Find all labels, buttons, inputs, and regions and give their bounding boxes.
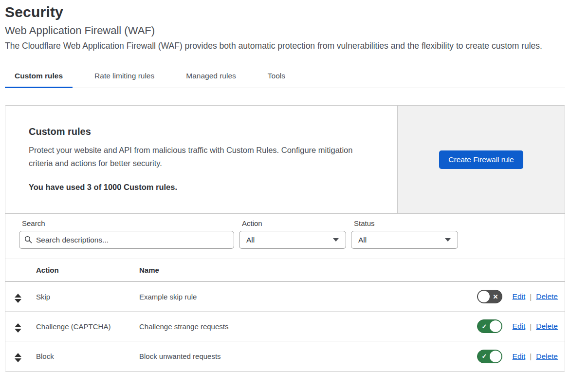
toggle-knob [490, 351, 501, 362]
toggle-state-icon: ✓ [482, 353, 487, 359]
security-page: Security Web Application Firewall (WAF) … [0, 0, 570, 372]
edit-link[interactable]: Edit [513, 352, 526, 361]
rule-enabled-toggle[interactable]: ✓ [477, 350, 502, 363]
card-header-section: Custom rules Protect your website and AP… [5, 106, 565, 213]
drag-handle-icon[interactable] [15, 294, 21, 303]
status-filter-select[interactable]: All [351, 231, 458, 249]
delete-link[interactable]: Delete [536, 292, 558, 301]
table-row: Block Block unwanted requests ✓ Edit | D… [5, 341, 565, 371]
chevron-down-icon [333, 238, 339, 242]
drag-handle-icon[interactable] [15, 323, 21, 333]
page-description: The Cloudflare Web Application Firewall … [5, 40, 545, 52]
page-subtitle: Web Application Firewall (WAF) [5, 24, 565, 37]
action-filter-select[interactable]: All [239, 231, 346, 249]
action-filter-value: All [246, 236, 255, 244]
action-filter: Action All [239, 219, 346, 249]
tab-managed-rules[interactable]: Managed rules [176, 67, 246, 88]
link-separator: | [530, 352, 532, 360]
rule-enabled-toggle[interactable]: ✓ [477, 319, 502, 333]
column-header-action: Action [29, 266, 132, 274]
edit-link[interactable]: Edit [513, 292, 526, 301]
link-separator: | [530, 293, 532, 301]
tab-tools[interactable]: Tools [258, 67, 295, 88]
card-title: Custom rules [29, 126, 374, 137]
card-description: Protect your website and API from malici… [29, 144, 374, 169]
page-title: Security [5, 4, 565, 20]
column-header-name: Name [132, 266, 565, 274]
search-label: Search [22, 219, 234, 227]
custom-rules-card: Custom rules Protect your website and AP… [5, 105, 565, 372]
tab-rate-limiting-rules[interactable]: Rate limiting rules [85, 67, 164, 88]
chevron-down-icon [445, 238, 451, 242]
table-row: Skip Example skip rule ✕ Edit | Delete [5, 282, 565, 312]
search-input[interactable] [19, 231, 234, 249]
rule-action: Skip [29, 293, 132, 301]
create-firewall-rule-button[interactable]: Create Firewall rule [439, 150, 523, 169]
card-header-text: Custom rules Protect your website and AP… [5, 106, 397, 213]
tab-bar: Custom rules Rate limiting rules Managed… [5, 67, 565, 88]
filter-bar: Search Action All Status [5, 213, 565, 259]
table-row: Challenge (CAPTCHA) Challenge strange re… [5, 312, 565, 341]
link-separator: | [530, 322, 532, 331]
delete-link[interactable]: Delete [536, 352, 558, 361]
usage-summary: You have used 3 of 1000 Custom rules. [29, 183, 374, 192]
rule-action: Challenge (CAPTCHA) [29, 322, 132, 331]
search-filter: Search [19, 219, 234, 249]
edit-link[interactable]: Edit [513, 322, 526, 331]
status-filter-value: All [358, 236, 367, 244]
status-filter-label: Status [354, 219, 458, 227]
table-header: Action Name [5, 259, 565, 282]
card-action-panel: Create Firewall rule [397, 106, 565, 213]
status-filter: Status All [351, 219, 458, 249]
rule-name: Challenge strange requests [132, 322, 477, 331]
rule-name: Block unwanted requests [132, 352, 477, 360]
action-filter-label: Action [242, 219, 346, 227]
toggle-state-icon: ✓ [482, 323, 487, 330]
delete-link[interactable]: Delete [536, 322, 558, 331]
toggle-knob [490, 320, 501, 332]
rule-name: Example skip rule [132, 293, 477, 301]
tab-custom-rules[interactable]: Custom rules [5, 67, 73, 88]
toggle-knob [478, 291, 490, 302]
toggle-state-icon: ✕ [493, 294, 498, 300]
drag-handle-icon[interactable] [15, 353, 21, 362]
search-icon [24, 236, 32, 243]
rule-action: Block [29, 352, 132, 360]
rule-enabled-toggle[interactable]: ✕ [477, 290, 502, 303]
